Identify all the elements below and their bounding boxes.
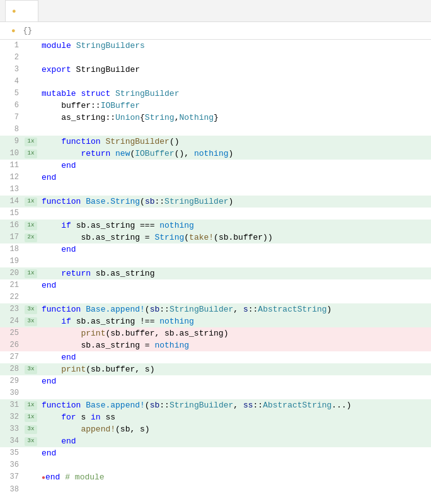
- table-row: 4: [0, 76, 431, 88]
- line-number: 32: [0, 411, 24, 423]
- line-number: 10: [0, 148, 24, 160]
- table-row: 321x for s in ss: [0, 411, 431, 423]
- coverage-badge: 2x: [25, 233, 37, 242]
- coverage-badge: 1x: [25, 221, 37, 230]
- file-icon: ●: [12, 8, 16, 15]
- table-row: 26 sb.as_string = nothing: [0, 339, 431, 351]
- coverage-badge: 1x: [25, 269, 37, 278]
- line-number: 28: [0, 363, 24, 375]
- table-row: 11 end: [0, 160, 431, 172]
- coverage-badge-area: [24, 64, 40, 76]
- line-number: 23: [0, 303, 24, 315]
- line-number: 8: [0, 124, 24, 136]
- code-line: return new(IOBuffer(), nothing): [40, 148, 431, 160]
- coverage-badge-area: [24, 459, 40, 471]
- breadcrumb: ● {}: [0, 22, 431, 40]
- code-line: [40, 124, 431, 136]
- line-number: 13: [0, 184, 24, 196]
- code-line: end: [40, 279, 431, 291]
- code-line: module StringBuilders: [40, 40, 431, 52]
- line-number: 15: [0, 208, 24, 220]
- code-line: function Base.String(sb::StringBuilder): [40, 196, 431, 208]
- code-editor[interactable]: 1module StringBuilders23export StringBui…: [0, 40, 431, 504]
- coverage-badge: 1x: [25, 197, 37, 206]
- line-number: 24: [0, 315, 24, 327]
- coverage-badge: 3x: [25, 437, 37, 446]
- table-row: 2: [0, 52, 431, 64]
- line-number: 4: [0, 76, 24, 88]
- table-row: 172x sb.as_string = String(take!(sb.buff…: [0, 231, 431, 243]
- table-row: 343x end: [0, 435, 431, 447]
- coverage-badge-area: [24, 40, 40, 52]
- coverage-badge-area: [24, 76, 40, 88]
- table-row: 311xfunction Base.append!(sb::StringBuil…: [0, 399, 431, 411]
- line-number: 5: [0, 88, 24, 100]
- coverage-badge-area: [24, 339, 40, 351]
- coverage-badge-area: 3x: [24, 363, 40, 375]
- table-row: 243x if sb.as_string !== nothing: [0, 315, 431, 327]
- code-line: function StringBuilder(): [40, 136, 431, 148]
- code-line: append!(sb, s): [40, 423, 431, 435]
- code-line: end: [40, 435, 431, 447]
- code-line: end: [40, 160, 431, 172]
- table-row: 1module StringBuilders: [0, 40, 431, 52]
- line-number: 30: [0, 387, 24, 399]
- line-number: 18: [0, 243, 24, 255]
- code-line: as_string::Union{String,Nothing}: [40, 112, 431, 124]
- coverage-badge-area: [24, 160, 40, 172]
- line-number: 21: [0, 279, 24, 291]
- code-line: sb.as_string = String(take!(sb.buffer)): [40, 231, 431, 243]
- code-line: [40, 255, 431, 267]
- table-row: 30: [0, 387, 431, 399]
- table-row: 161x if sb.as_string === nothing: [0, 220, 431, 231]
- code-line: [40, 52, 431, 64]
- code-line: end: [40, 243, 431, 255]
- coverage-badge-area: [24, 88, 40, 100]
- table-row: 91x function StringBuilder(): [0, 136, 431, 148]
- title-bar: ●: [0, 0, 431, 22]
- table-row: 3export StringBuilder: [0, 64, 431, 76]
- table-row: 8: [0, 124, 431, 136]
- coverage-badge-area: [24, 387, 40, 399]
- table-row: 37●end # module: [0, 471, 431, 484]
- code-line: [40, 459, 431, 471]
- table-row: 36: [0, 459, 431, 471]
- coverage-badge-area: 3x: [24, 423, 40, 435]
- editor-tab[interactable]: ●: [5, 0, 38, 21]
- code-line: return sb.as_string: [40, 267, 431, 279]
- coverage-badge: 3x: [25, 425, 37, 434]
- table-row: 101x return new(IOBuffer(), nothing): [0, 148, 431, 160]
- line-number: 7: [0, 112, 24, 124]
- code-line: print(sb.buffer, s): [40, 363, 431, 375]
- table-row: 5mutable struct StringBuilder: [0, 88, 431, 100]
- table-row: 333x append!(sb, s): [0, 423, 431, 435]
- coverage-badge: 3x: [25, 305, 37, 314]
- code-line: function Base.append!(sb::StringBuilder,…: [40, 303, 431, 315]
- coverage-badge-area: 1x: [24, 148, 40, 160]
- coverage-badge-area: [24, 279, 40, 291]
- code-line: [40, 208, 431, 220]
- coverage-badge-area: [24, 447, 40, 459]
- table-row: 22: [0, 291, 431, 303]
- table-row: 141xfunction Base.String(sb::StringBuild…: [0, 196, 431, 208]
- code-line: [40, 76, 431, 88]
- line-number: 37: [0, 471, 24, 484]
- coverage-badge-area: 1x: [24, 399, 40, 411]
- table-row: 7 as_string::Union{String,Nothing}: [0, 112, 431, 124]
- table-row: 233xfunction Base.append!(sb::StringBuil…: [0, 303, 431, 315]
- coverage-badge-area: 3x: [24, 435, 40, 447]
- table-row: 21end: [0, 279, 431, 291]
- code-line: end: [40, 375, 431, 387]
- tab-close-button[interactable]: [28, 11, 32, 12]
- code-line: mutable struct StringBuilder: [40, 88, 431, 100]
- table-row: 15: [0, 208, 431, 220]
- table-row: 18 end: [0, 243, 431, 255]
- line-number: 22: [0, 291, 24, 303]
- line-number: 3: [0, 64, 24, 76]
- line-number: 19: [0, 255, 24, 267]
- line-number: 12: [0, 172, 24, 184]
- table-row: 29end: [0, 375, 431, 387]
- coverage-badge-area: 1x: [24, 411, 40, 423]
- line-number: 27: [0, 351, 24, 363]
- coverage-badge-area: [24, 124, 40, 136]
